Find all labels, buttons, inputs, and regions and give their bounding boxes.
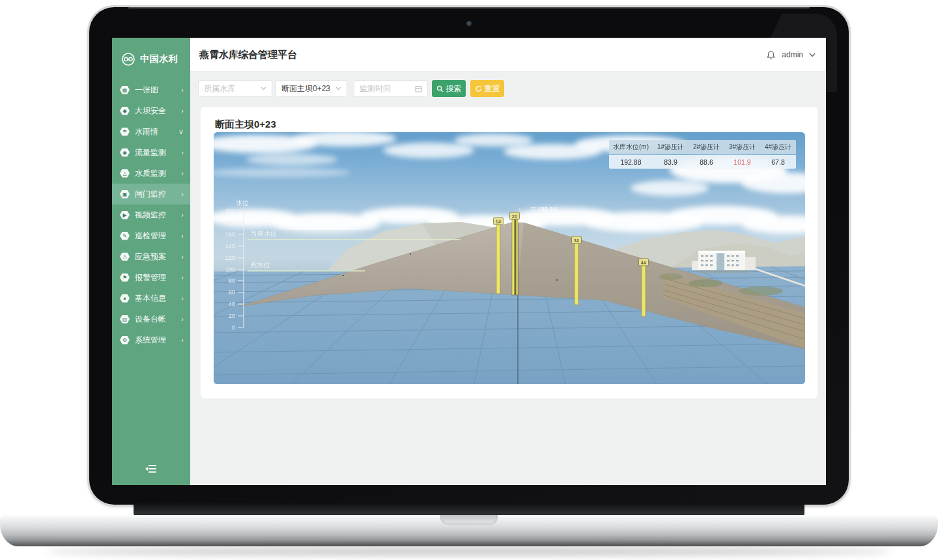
- user-menu-chevron-icon[interactable]: [809, 53, 816, 57]
- page-title: 燕霄水库综合管理平台: [199, 38, 297, 72]
- svg-text:▽ 199.84: ▽ 199.84: [531, 205, 556, 212]
- svg-text:1#: 1#: [496, 219, 502, 225]
- app-screen: 中国水利 ▦ 一张图 › ◆ 大坝安全 › ☂ 水雨情 ∨ ◉ 流量监测 ›: [112, 38, 826, 485]
- chevron-right-icon: ›: [181, 86, 184, 94]
- svg-text:20: 20: [229, 313, 235, 319]
- reservoir-level-value: 192.88: [609, 155, 653, 169]
- readings-table-header: 水库水位(m) 1#渗压计 2#渗压计 3#渗压计 4#渗压计: [609, 140, 796, 154]
- brand-name: 中国水利: [140, 53, 178, 65]
- flow-monitor-icon: ◉: [120, 148, 130, 157]
- col-header: 2#渗压计: [689, 140, 724, 154]
- sidebar-item-basic-info[interactable]: ● 基本信息 ›: [112, 288, 190, 309]
- dam-3d-viewport[interactable]: 水位 200 180 160: [214, 132, 805, 384]
- top-header: 燕霄水库综合管理平台 admin: [190, 38, 826, 72]
- chevron-down-icon: [261, 87, 266, 91]
- filter-bar: 所属水库 断面主坝0+23 监测时间: [190, 72, 826, 98]
- menu-fold-icon: [145, 464, 157, 473]
- chevron-down-icon: [335, 87, 341, 91]
- svg-text:80: 80: [229, 277, 235, 284]
- chevron-right-icon: ›: [181, 336, 184, 344]
- svg-text:40: 40: [229, 301, 235, 307]
- piezometer-2-value: 88.6: [689, 155, 724, 169]
- readings-table-values: 192.88 83.9 88.6 101.9 67.8: [609, 155, 796, 169]
- svg-text:200: 200: [225, 208, 235, 214]
- chevron-right-icon: ›: [181, 107, 184, 115]
- dam-safety-icon: ◆: [120, 107, 130, 115]
- video-monitor-icon: ▶: [120, 211, 130, 219]
- piezometer-1-value: 83.9: [653, 155, 689, 169]
- chevron-right-icon: ›: [181, 294, 184, 302]
- laptop-shadow: [46, 548, 892, 555]
- svg-text:2#: 2#: [512, 214, 518, 219]
- svg-text:死水位: 死水位: [251, 261, 270, 268]
- sidebar-item-water-rain[interactable]: ☂ 水雨情 ∨: [112, 121, 190, 142]
- system-mgmt-icon: ⚙: [120, 336, 130, 344]
- svg-text:140: 140: [225, 243, 235, 249]
- notification-bell-icon[interactable]: [766, 50, 776, 60]
- sidebar-item-flow-monitor[interactable]: ◉ 流量监测 ›: [112, 142, 190, 163]
- svg-text:3#: 3#: [574, 238, 580, 244]
- dam-cross-section-scene: 水位 200 180 160: [214, 132, 805, 384]
- svg-text:100: 100: [225, 266, 235, 273]
- alarm-mgmt-icon: ⚑: [120, 273, 130, 282]
- user-name[interactable]: admin: [782, 50, 803, 59]
- sidebar-item-gate-monitor[interactable]: ▣ 闸门监控 ›: [112, 184, 190, 204]
- piezometer-3-value-alert: 101.9: [724, 155, 760, 169]
- header-right: admin: [766, 38, 816, 72]
- brand-logo-icon: [121, 52, 135, 66]
- sidebar-item-video-monitor[interactable]: ▶ 视频监控 ›: [112, 204, 190, 225]
- sidebar-item-alarm-mgmt[interactable]: ⚑ 报警管理 ›: [112, 267, 190, 288]
- sidebar-item-emergency-plan[interactable]: ⚠ 应急预案 ›: [112, 246, 190, 267]
- svg-text:0: 0: [232, 324, 235, 331]
- sidebar: 中国水利 ▦ 一张图 › ◆ 大坝安全 › ☂ 水雨情 ∨ ◉ 流量监测 ›: [112, 38, 190, 485]
- sidebar-collapse-button[interactable]: [112, 464, 190, 476]
- sidebar-item-device-ledger[interactable]: ▤ 设备台帐 ›: [112, 309, 190, 329]
- col-header: 3#渗压计: [724, 140, 760, 154]
- reset-button[interactable]: 重置: [470, 80, 504, 97]
- device-ledger-icon: ▤: [120, 315, 130, 324]
- water-rain-icon: ☂: [120, 128, 130, 136]
- basic-info-icon: ●: [120, 294, 130, 303]
- svg-text:160: 160: [225, 231, 235, 238]
- chevron-right-icon: ›: [181, 253, 184, 260]
- chevron-right-icon: ›: [181, 148, 184, 156]
- sidebar-item-dam-safety[interactable]: ◆ 大坝安全 ›: [112, 100, 190, 121]
- chevron-right-icon: ›: [181, 211, 184, 219]
- chevron-right-icon: ›: [181, 232, 184, 240]
- svg-text:4#: 4#: [641, 260, 647, 266]
- reservoir-select[interactable]: 所属水库: [198, 80, 272, 97]
- sidebar-menu: ▦ 一张图 › ◆ 大坝安全 › ☂ 水雨情 ∨ ◉ 流量监测 › △ 水质监测: [112, 79, 190, 350]
- laptop-base-notch: [440, 515, 498, 525]
- chevron-down-icon: ∨: [178, 128, 184, 136]
- time-input[interactable]: 监测时间: [354, 80, 428, 97]
- chevron-right-icon: ›: [181, 273, 184, 281]
- section-card: 断面主坝0+23: [201, 107, 817, 399]
- section-select[interactable]: 断面主坝0+23: [276, 80, 347, 97]
- col-header: 水库水位(m): [609, 140, 653, 154]
- calendar-icon: [415, 85, 422, 92]
- overview-map-icon: ▦: [120, 86, 130, 94]
- sidebar-item-system-mgmt[interactable]: ⚙ 系统管理 ›: [112, 329, 190, 350]
- svg-text:120: 120: [225, 255, 235, 261]
- svg-text:180: 180: [225, 219, 235, 226]
- chevron-right-icon: ›: [181, 169, 184, 177]
- svg-text:60: 60: [229, 289, 235, 296]
- webcam: [466, 21, 472, 27]
- search-icon: [436, 85, 444, 92]
- search-button[interactable]: 搜索: [432, 80, 466, 97]
- refresh-icon: [475, 85, 482, 92]
- card-title: 断面主坝0+23: [215, 119, 276, 131]
- piezometer-4-value: 67.8: [760, 155, 796, 169]
- chevron-right-icon: ›: [181, 315, 184, 323]
- sidebar-item-patrol-mgmt[interactable]: ✎ 巡检管理 ›: [112, 225, 190, 246]
- gate-monitor-icon: ▣: [120, 190, 130, 199]
- patrol-mgmt-icon: ✎: [120, 232, 130, 240]
- brand: 中国水利: [112, 38, 190, 66]
- water-quality-icon: △: [120, 169, 130, 178]
- emergency-plan-icon: ⚠: [120, 253, 130, 261]
- sidebar-item-overview-map[interactable]: ▦ 一张图 ›: [112, 79, 190, 100]
- crest-pole-tip: [519, 208, 520, 209]
- chevron-right-icon: ›: [181, 190, 184, 198]
- col-header: 1#渗压计: [653, 140, 689, 154]
- sidebar-item-water-quality[interactable]: △ 水质监测 ›: [112, 163, 190, 184]
